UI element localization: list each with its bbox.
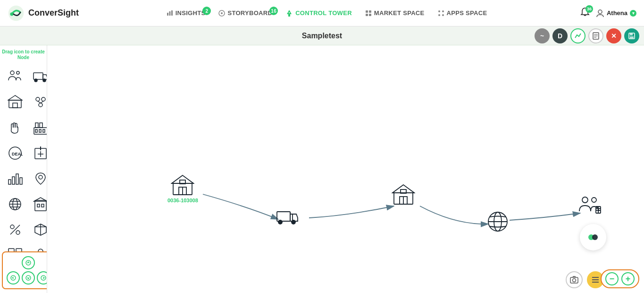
nav-item-market-space[interactable]: MARKET SPACE (360, 7, 430, 19)
nav-control-box (2, 251, 47, 289)
svg-rect-9 (289, 12, 290, 13)
tilde-button[interactable]: ~ (535, 28, 550, 43)
subheader-actions: ~ D ✕ (535, 28, 639, 43)
doc-icon (593, 32, 599, 40)
svg-rect-63 (37, 204, 40, 207)
svg-rect-2 (167, 13, 168, 16)
chart-node-icon[interactable] (4, 167, 26, 190)
svg-rect-91 (277, 212, 290, 221)
zoom-in-button[interactable]: + (621, 272, 635, 285)
svg-rect-40 (35, 123, 38, 128)
svg-marker-32 (8, 95, 22, 100)
people-node-icon[interactable] (4, 65, 26, 88)
zoom-controls: − + (601, 269, 639, 288)
svg-rect-10 (366, 10, 368, 13)
zoom-out-button[interactable]: − (605, 272, 619, 285)
nav-item-apps-space[interactable]: APPS SPACE (432, 7, 493, 19)
trend-button[interactable] (570, 28, 585, 43)
apps-icon (438, 10, 444, 17)
warehouse-node-icon[interactable] (4, 91, 26, 113)
user-area[interactable]: Athena ▾ (596, 9, 636, 17)
svg-rect-53 (16, 174, 18, 184)
close-button[interactable]: ✕ (606, 28, 621, 43)
svg-point-83 (26, 276, 31, 280)
package-node-icon[interactable] (29, 218, 47, 241)
percent-node-icon[interactable] (4, 218, 26, 241)
svg-rect-33 (13, 103, 17, 108)
svg-line-37 (38, 101, 41, 103)
nav-item-storyboard[interactable]: STORYBOARD 16 (213, 7, 278, 19)
control-tower-label: CONTROL TOWER (295, 9, 352, 17)
svg-marker-97 (393, 185, 414, 193)
user-dropdown-icon: ▾ (630, 10, 636, 17)
building-node-icon[interactable] (29, 193, 47, 215)
node-truck[interactable] (276, 205, 300, 229)
svg-point-30 (43, 79, 46, 82)
nav-item-insights[interactable]: INSIGHTS 2 (161, 7, 211, 19)
nav-right-button[interactable] (37, 271, 47, 284)
nav-left-button[interactable] (7, 271, 20, 284)
factory-node-icon[interactable] (29, 116, 47, 139)
doc-button[interactable] (588, 28, 603, 43)
storyboard-badge: 16 (269, 7, 278, 15)
svg-rect-52 (12, 177, 15, 184)
globe-node-icon[interactable] (4, 193, 26, 215)
notification-button[interactable]: 36 (580, 7, 590, 19)
user-name: Athena (607, 9, 627, 17)
svg-marker-87 (172, 175, 193, 183)
node-globe[interactable] (486, 210, 510, 233)
nav-item-control-tower[interactable]: CONTROL TOWER (280, 7, 358, 20)
storyboard-label: STORYBOARD (227, 9, 272, 17)
svg-line-38 (41, 101, 43, 103)
node-warehouse-2[interactable] (392, 182, 415, 206)
canvas-area[interactable]: 0036-103008 (47, 45, 644, 293)
svg-point-84 (41, 276, 46, 280)
node-people[interactable] (578, 194, 602, 218)
main-area: Drag icon to create Node (0, 45, 644, 293)
medical-node-icon[interactable] (29, 142, 47, 164)
svg-point-27 (17, 71, 19, 74)
camera-button[interactable] (566, 271, 583, 288)
svg-point-17 (442, 14, 444, 16)
svg-point-105 (592, 198, 596, 202)
trend-icon (574, 32, 582, 40)
location-node-icon[interactable] (29, 167, 47, 190)
globe-icon (486, 210, 510, 233)
group-node-icon[interactable] (29, 91, 47, 113)
svg-point-116 (573, 279, 576, 282)
chat-bubble[interactable] (580, 224, 606, 250)
logo-icon (8, 5, 25, 22)
svg-rect-64 (42, 204, 44, 207)
market-space-label: MARKET SPACE (374, 9, 425, 17)
d-button[interactable]: D (552, 28, 568, 43)
truck-node-icon[interactable] (29, 65, 47, 88)
insights-badge: 2 (202, 7, 211, 15)
hand-node-icon[interactable] (4, 116, 26, 139)
svg-rect-28 (33, 73, 43, 79)
svg-point-104 (582, 197, 588, 203)
logo-area: ConverSight (8, 5, 92, 22)
menu-icon (591, 275, 600, 284)
svg-point-66 (16, 231, 20, 234)
flow-arrows (47, 45, 644, 293)
svg-rect-61 (35, 200, 46, 211)
notification-badge: 36 (585, 5, 593, 13)
svg-point-34 (36, 97, 40, 101)
save-button[interactable] (624, 28, 639, 43)
nav-down-button[interactable] (22, 271, 35, 284)
svg-point-6 (221, 12, 223, 14)
subheader-title: Sampletest (302, 32, 342, 40)
truck-icon (276, 205, 300, 229)
svg-point-18 (598, 10, 602, 14)
storyboard-icon (218, 10, 225, 17)
svg-rect-3 (169, 11, 170, 16)
svg-point-14 (438, 10, 440, 12)
svg-point-92 (278, 220, 282, 224)
svg-marker-8 (287, 10, 292, 14)
svg-rect-44 (43, 129, 45, 132)
dealer-node-icon[interactable]: DEAL (4, 142, 26, 164)
sidebar: Drag icon to create Node (0, 45, 47, 293)
svg-rect-11 (369, 10, 371, 13)
node-warehouse-1[interactable]: 0036-103008 (167, 173, 198, 203)
nav-up-button[interactable] (22, 256, 35, 269)
